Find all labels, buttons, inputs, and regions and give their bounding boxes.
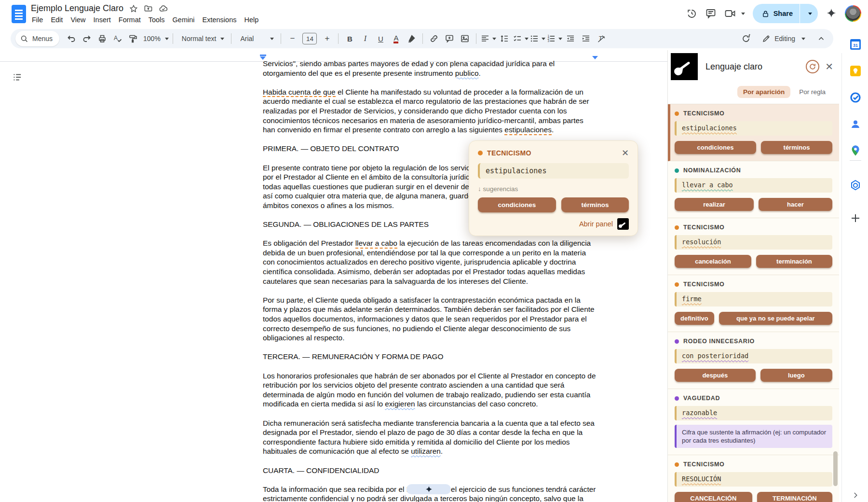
suggestion-card-firme[interactable]: TECNICISMO firme definitivo que ya no se… <box>668 275 839 332</box>
cloud-saved-icon[interactable] <box>159 4 168 14</box>
suggestion-button-terminos[interactable]: términos <box>561 197 629 212</box>
undo-button[interactable] <box>64 31 79 46</box>
suggestion-button[interactable]: TERMINACIÓN <box>757 492 832 502</box>
suggestion-card-resolucion[interactable]: TECNICISMO resolución cancelación termin… <box>668 218 839 275</box>
comments-icon[interactable] <box>705 8 717 19</box>
video-options-caret[interactable] <box>741 13 745 17</box>
flagged-phrase[interactable]: llevar a cabo <box>355 239 397 249</box>
add-comment-button[interactable] <box>442 31 457 46</box>
open-panel-link[interactable]: Abrir panel <box>478 218 629 230</box>
menu-help[interactable]: Help <box>240 15 262 25</box>
font-select[interactable]: Arial <box>235 31 277 46</box>
menu-edit[interactable]: Edit <box>47 15 67 25</box>
menu-extensions[interactable]: Extensions <box>199 15 241 25</box>
google-docs-icon[interactable] <box>12 5 26 23</box>
rail-divider-line <box>850 160 861 161</box>
addon-icon[interactable] <box>849 179 862 192</box>
checklist-button[interactable] <box>513 31 529 46</box>
italic-button[interactable]: I <box>358 31 372 46</box>
font-size-input[interactable]: 14 <box>302 33 317 44</box>
doc-paragraph: Servicios", siendo ambas partes mayores … <box>263 59 597 78</box>
menu-insert[interactable]: Insert <box>90 15 115 25</box>
video-call-icon[interactable] <box>724 8 745 19</box>
calendar-icon[interactable]: 31 <box>849 38 862 51</box>
insert-link-button[interactable] <box>427 31 441 46</box>
suggestion-button[interactable]: hacer <box>759 198 832 211</box>
increase-indent-button[interactable] <box>579 31 593 46</box>
bulleted-list-button[interactable] <box>529 31 545 46</box>
suggestion-button-condiciones[interactable]: condiciones <box>478 197 556 212</box>
account-avatar[interactable] <box>845 5 861 22</box>
misspelled-word[interactable]: publico <box>455 69 479 77</box>
tab-por-aparicion[interactable]: Por aparición <box>737 86 790 98</box>
suggestion-button[interactable]: que ya no se puede apelar <box>719 312 832 325</box>
document-canvas[interactable]: Servicios", siendo ambas partes mayores … <box>263 59 597 502</box>
panel-scrollbar[interactable] <box>833 451 838 486</box>
align-button[interactable] <box>480 31 496 46</box>
search-menus-button[interactable]: Menus <box>15 31 59 46</box>
share-button[interactable]: Share <box>753 10 800 18</box>
suggestion-button[interactable]: luego <box>760 369 832 382</box>
suggestion-button[interactable]: CANCELACIÓN <box>675 492 752 502</box>
flagged-phrase[interactable]: estipulaciones <box>504 126 552 135</box>
misspelled-word[interactable]: utilizaren <box>411 447 441 455</box>
suggestion-button[interactable]: condiciones <box>675 141 756 154</box>
font-size-increase[interactable]: + <box>320 31 334 46</box>
page-setup-refresh-icon[interactable] <box>739 31 753 46</box>
collapse-toolbar-button[interactable] <box>814 31 828 46</box>
highlight-color-button[interactable] <box>404 31 419 46</box>
suggestion-button[interactable]: terminación <box>756 255 832 268</box>
suggestion-card-con-posterioridad[interactable]: RODEO INNECESARIO con posterioridad desp… <box>668 332 839 389</box>
move-folder-icon[interactable] <box>144 4 153 13</box>
misspelled-word[interactable]: exigieren <box>385 400 415 408</box>
suggestion-button[interactable]: definitivo <box>675 312 714 325</box>
refresh-button[interactable] <box>806 60 819 73</box>
suggestion-card-llevar-a-cabo[interactable]: NOMINALIZACIÓN llevar a cabo realizar ha… <box>668 161 839 218</box>
spellcheck-button[interactable]: A <box>110 31 125 46</box>
suggestion-card-razonable[interactable]: VAGUEDAD razonable Cifra que sustente la… <box>668 389 839 455</box>
print-button[interactable] <box>95 31 109 46</box>
font-size-decrease[interactable]: − <box>285 31 299 46</box>
suggestion-card-resolucion-mayusculas[interactable]: TECNICISMO RESOLUCIÓN CANCELACIÓN TERMIN… <box>668 455 839 502</box>
menu-tools[interactable]: Tools <box>145 15 169 25</box>
maps-icon[interactable] <box>849 144 862 157</box>
paragraph-style-select[interactable]: Normal text <box>177 31 228 46</box>
underline-button[interactable]: U <box>373 31 388 46</box>
suggestion-button[interactable]: realizar <box>675 198 754 211</box>
bold-button[interactable]: B <box>342 31 357 46</box>
gemini-sparkle-icon[interactable] <box>826 8 837 19</box>
tasks-icon[interactable] <box>849 91 862 104</box>
clear-formatting-button[interactable]: T <box>594 31 609 46</box>
close-icon[interactable]: ✕ <box>825 62 833 71</box>
text-color-button[interactable]: A <box>389 31 403 46</box>
menu-gemini[interactable]: Gemini <box>169 15 199 25</box>
menu-view[interactable]: View <box>67 15 89 25</box>
keep-icon[interactable] <box>849 64 862 78</box>
redo-button[interactable] <box>80 31 94 46</box>
paint-format-button[interactable] <box>126 31 140 46</box>
contacts-icon[interactable] <box>849 117 862 131</box>
version-history-icon[interactable] <box>686 8 697 19</box>
flagged-phrase[interactable]: Habida cuenta de que <box>263 88 336 98</box>
decrease-indent-button[interactable] <box>563 31 578 46</box>
document-outline-button[interactable] <box>10 70 25 85</box>
suggestion-button[interactable]: términos <box>761 141 832 154</box>
category-label: TECNICISMO <box>683 281 724 288</box>
share-options-button[interactable] <box>800 10 818 17</box>
document-title[interactable]: Ejemplo Lenguaje Claro <box>31 3 123 14</box>
suggestion-card-estipulaciones[interactable]: TECNICISMO estipulaciones condiciones té… <box>668 104 839 161</box>
suggestion-button[interactable]: cancelación <box>675 255 751 268</box>
numbered-list-button[interactable]: 123 <box>546 31 562 46</box>
hide-panel-chevron-icon[interactable] <box>849 488 862 502</box>
star-icon[interactable] <box>129 4 138 13</box>
editing-mode-select[interactable]: Editing <box>758 34 809 43</box>
insert-image-button[interactable] <box>458 31 472 46</box>
suggestion-button[interactable]: después <box>675 369 756 382</box>
menu-file[interactable]: File <box>28 15 47 25</box>
close-icon[interactable]: ✕ <box>622 149 629 157</box>
menu-format[interactable]: Format <box>115 15 145 25</box>
line-spacing-button[interactable] <box>497 31 512 46</box>
tab-por-regla[interactable]: Por regla <box>793 86 831 98</box>
zoom-select[interactable]: 100% <box>141 31 169 46</box>
get-addons-plus-icon[interactable] <box>849 211 862 225</box>
